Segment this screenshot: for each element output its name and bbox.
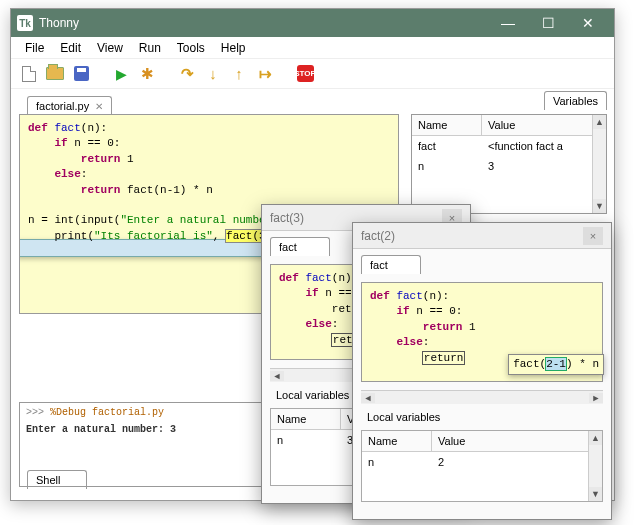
maximize-button[interactable]: ☐ (528, 9, 568, 37)
debug-icon[interactable]: ✱ (137, 64, 157, 84)
app-icon: Tk (17, 15, 33, 31)
menu-file[interactable]: File (19, 39, 50, 57)
stop-icon[interactable]: STOP (295, 64, 315, 84)
new-file-icon[interactable] (19, 64, 39, 84)
resume-icon[interactable]: ↦ (255, 64, 275, 84)
run-icon[interactable]: ▶ (111, 64, 131, 84)
col-value-header[interactable]: Value (432, 431, 602, 451)
tab-label: factorial.py (36, 100, 89, 112)
scroll-left-icon[interactable]: ◄ (270, 371, 284, 381)
horizontal-scrollbar[interactable]: ◄► (361, 390, 603, 404)
frame-tab[interactable]: fact (270, 237, 330, 256)
window-title: Thonny (39, 16, 79, 30)
menu-tools[interactable]: Tools (171, 39, 211, 57)
col-value-header[interactable]: Value (482, 115, 606, 135)
expression-popup: fact(2-1) * n (508, 354, 604, 375)
variables-tabbar: Variables (411, 91, 607, 115)
frame-tab[interactable]: fact (361, 255, 421, 274)
variables-title: Variables (553, 95, 598, 107)
debug-frame-title: fact(2) (361, 229, 395, 243)
menu-edit[interactable]: Edit (54, 39, 87, 57)
col-name-header[interactable]: Name (362, 431, 432, 451)
toolbar: ▶ ✱ ↷ ↓ ↑ ↦ STOP (11, 59, 614, 89)
debug-frame-window[interactable]: fact(2) × fact def fact(n): if n == 0: r… (352, 222, 612, 520)
editor-tabbar: factorial.py ✕ (19, 91, 399, 115)
step-over-icon[interactable]: ↷ (177, 64, 197, 84)
step-into-icon[interactable]: ↓ (203, 64, 223, 84)
vertical-scrollbar[interactable]: ▲ ▼ (592, 115, 606, 213)
scroll-down-icon[interactable]: ▼ (593, 199, 606, 213)
variables-header: Name Value (412, 115, 606, 136)
menubar: File Edit View Run Tools Help (11, 37, 614, 59)
variables-row[interactable]: fact <function fact a (412, 136, 606, 156)
debug-frame-title: fact(3) (270, 211, 304, 225)
scroll-up-icon[interactable]: ▲ (589, 431, 602, 445)
active-subexpr: 2-1 (546, 358, 566, 370)
menu-view[interactable]: View (91, 39, 129, 57)
debug-frame-titlebar[interactable]: fact(2) × (353, 223, 611, 249)
scroll-left-icon[interactable]: ◄ (361, 393, 375, 403)
close-tab-icon[interactable]: ✕ (95, 101, 103, 112)
scroll-right-icon[interactable]: ► (589, 393, 603, 403)
col-name-header[interactable]: Name (271, 409, 341, 429)
save-icon[interactable] (71, 64, 91, 84)
editor-tab-factorial[interactable]: factorial.py ✕ (27, 96, 112, 115)
return-highlight: return (423, 352, 465, 364)
close-icon[interactable]: × (583, 227, 603, 245)
titlebar[interactable]: Tk Thonny — ☐ ✕ (11, 9, 614, 37)
frame-tabbar: fact (353, 249, 611, 274)
open-file-icon[interactable] (45, 64, 65, 84)
menu-help[interactable]: Help (215, 39, 252, 57)
variables-panel: Name Value fact <function fact a n 3 ▲ ▼ (411, 114, 607, 214)
close-button[interactable]: ✕ (568, 9, 608, 37)
menu-run[interactable]: Run (133, 39, 167, 57)
local-vars-panel: Name Value n 2 ▲ ▼ (361, 430, 603, 502)
variables-row[interactable]: n 3 (412, 156, 606, 176)
minimize-button[interactable]: — (488, 9, 528, 37)
col-name-header[interactable]: Name (412, 115, 482, 135)
local-vars-title: Local variables (361, 408, 611, 426)
scroll-up-icon[interactable]: ▲ (593, 115, 606, 129)
local-var-row[interactable]: n 2 (362, 452, 602, 472)
scroll-down-icon[interactable]: ▼ (589, 487, 602, 501)
vertical-scrollbar[interactable]: ▲ ▼ (588, 431, 602, 501)
step-out-icon[interactable]: ↑ (229, 64, 249, 84)
variables-tab[interactable]: Variables (544, 91, 607, 110)
frame-code: def fact(n): if n == 0: return 1 else: r… (361, 282, 603, 382)
